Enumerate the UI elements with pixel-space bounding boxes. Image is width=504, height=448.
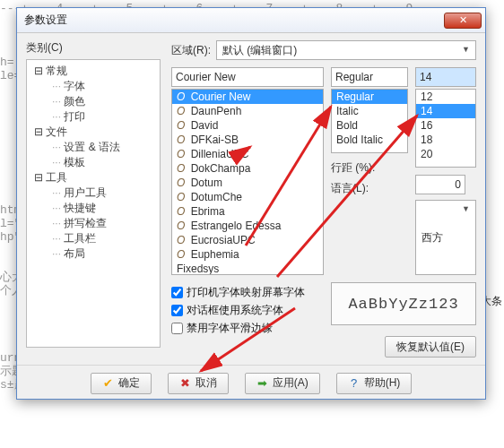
- dialog-font-label: 对话框使用系统字体: [187, 303, 283, 318]
- size-listbox[interactable]: 1214161820: [415, 89, 476, 168]
- tree-item[interactable]: ⊟ 工具: [29, 170, 158, 185]
- style-option[interactable]: Bold Italic: [332, 133, 407, 147]
- size-option[interactable]: 20: [416, 147, 475, 161]
- font-option[interactable]: O David: [172, 118, 323, 133]
- cross-icon: ✖: [179, 376, 192, 390]
- font-option[interactable]: O DokChampa: [172, 161, 323, 176]
- help-label: 帮助(H): [364, 375, 401, 391]
- font-option[interactable]: O DilleniaUPC: [172, 147, 323, 161]
- settings-dialog: 参数设置 ✕ 类别(C) ⊟ 常规··· 字体··· 颜色··· 打印⊟ 文件·…: [16, 7, 486, 400]
- check-icon: ✔: [102, 376, 115, 390]
- category-label: 类别(C): [26, 40, 161, 56]
- apply-button[interactable]: ➡ 应用(A): [245, 373, 320, 394]
- language-label: 语言(L):: [331, 181, 381, 196]
- restore-defaults-button[interactable]: 恢复默认值(E): [385, 336, 476, 358]
- help-icon: ?: [348, 376, 361, 390]
- font-option[interactable]: O DFKai-SB: [172, 133, 323, 147]
- close-button[interactable]: ✕: [444, 13, 482, 29]
- size-option[interactable]: 14: [416, 104, 475, 118]
- printer-font-label: 打印机字体映射屏幕字体: [187, 285, 305, 300]
- smooth-disable-label: 禁用字体平滑边缘: [187, 321, 273, 336]
- style-listbox[interactable]: RegularItalicBoldBold Italic: [331, 89, 408, 153]
- line-spacing-spinner[interactable]: 0: [415, 175, 465, 194]
- ok-button[interactable]: ✔ 确定: [91, 373, 152, 394]
- region-value: 默认 (编辑窗口): [222, 43, 297, 58]
- region-dropdown[interactable]: 默认 (编辑窗口): [216, 40, 476, 60]
- font-option[interactable]: O Euphemia: [172, 247, 323, 262]
- line-spacing-label: 行距 (%):: [331, 160, 381, 176]
- cancel-button[interactable]: ✖ 取消: [168, 373, 229, 394]
- font-option[interactable]: Fixedsys: [172, 262, 323, 275]
- smooth-disable-checkbox[interactable]: [171, 323, 183, 334]
- font-option[interactable]: O Dotum: [172, 176, 323, 190]
- font-size-input[interactable]: 14: [415, 67, 476, 87]
- dialog-font-checkbox[interactable]: [171, 305, 183, 316]
- font-option[interactable]: O Ebrima: [172, 204, 323, 219]
- style-option[interactable]: Regular: [332, 90, 407, 104]
- font-option[interactable]: O DaunPenh: [172, 104, 323, 118]
- font-listbox[interactable]: O Courier NewO DaunPenhO DavidO DFKai-SB…: [171, 89, 324, 275]
- tree-item[interactable]: ··· 快捷键: [29, 201, 158, 216]
- language-value: 西方: [421, 230, 443, 246]
- tree-item[interactable]: ··· 工具栏: [29, 231, 158, 246]
- dialog-title: 参数设置: [24, 13, 444, 28]
- ok-label: 确定: [118, 375, 140, 391]
- font-name-input[interactable]: Courier New: [171, 67, 324, 87]
- printer-font-checkbox[interactable]: [171, 287, 183, 298]
- font-option[interactable]: O Estrangelo Edessa: [172, 219, 323, 233]
- help-button[interactable]: ? 帮助(H): [336, 373, 413, 394]
- tree-item[interactable]: ··· 模板: [29, 155, 158, 170]
- category-tree[interactable]: ⊟ 常规··· 字体··· 颜色··· 打印⊟ 文件··· 设置 & 语法···…: [26, 59, 161, 348]
- tree-item[interactable]: ··· 打印: [29, 109, 158, 125]
- titlebar[interactable]: 参数设置 ✕: [17, 8, 485, 33]
- font-preview: AaBbYyZz123: [331, 282, 476, 325]
- size-option[interactable]: 16: [416, 118, 475, 133]
- size-option[interactable]: 12: [416, 90, 475, 104]
- tree-item[interactable]: ··· 字体: [29, 79, 158, 94]
- tree-item[interactable]: ⊟ 文件: [29, 125, 158, 140]
- apply-icon: ➡: [256, 376, 269, 390]
- tree-item[interactable]: ··· 颜色: [29, 94, 158, 109]
- cancel-label: 取消: [196, 375, 217, 391]
- font-option[interactable]: O EucrosiaUPC: [172, 233, 323, 247]
- tree-item[interactable]: ··· 布局: [29, 246, 158, 262]
- style-option[interactable]: Bold: [332, 118, 407, 133]
- region-label: 区域(R):: [171, 43, 211, 58]
- font-style-input[interactable]: Regular: [331, 67, 408, 87]
- language-dropdown[interactable]: 西方: [415, 200, 476, 275]
- font-option[interactable]: O Courier New: [172, 90, 323, 104]
- style-option[interactable]: Italic: [332, 104, 407, 118]
- size-option[interactable]: 18: [416, 133, 475, 147]
- font-option[interactable]: O DotumChe: [172, 190, 323, 204]
- tree-item[interactable]: ··· 拼写检查: [29, 216, 158, 231]
- tree-item[interactable]: ··· 用户工具: [29, 185, 158, 201]
- tree-item[interactable]: ··· 设置 & 语法: [29, 140, 158, 155]
- tree-item[interactable]: ⊟ 常规: [29, 64, 158, 79]
- apply-label: 应用(A): [273, 375, 308, 391]
